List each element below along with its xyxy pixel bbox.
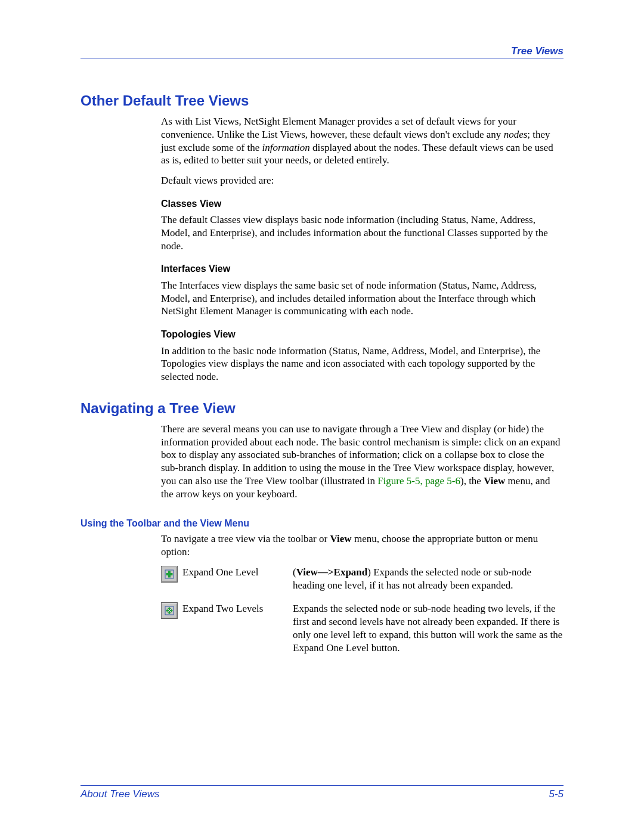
svg-marker-6 bbox=[166, 609, 169, 612]
text-run: To navigate a tree view via the toolbar … bbox=[161, 533, 330, 544]
heading-other-default-tree-views: Other Default Tree Views bbox=[80, 92, 564, 109]
svg-rect-2 bbox=[166, 573, 173, 575]
svg-marker-7 bbox=[170, 609, 173, 612]
toolbar-description: (View—>Expand) Expands the selected node… bbox=[287, 566, 564, 592]
toolbar-label: Expand One Level bbox=[182, 566, 287, 579]
toolbar-row: Expand Two Levels Expands the selected n… bbox=[161, 602, 564, 654]
toolbar-label: Expand Two Levels bbox=[182, 602, 287, 615]
svg-marker-5 bbox=[168, 611, 171, 614]
paragraph: As with List Views, NetSight Element Man… bbox=[161, 115, 564, 167]
svg-marker-4 bbox=[168, 607, 171, 610]
page-number: 5-5 bbox=[549, 788, 564, 800]
expand-one-level-icon bbox=[161, 566, 178, 583]
toolbar-row: Expand One Level (View—>Expand) Expands … bbox=[161, 566, 564, 592]
paragraph: To navigate a tree view via the toolbar … bbox=[161, 532, 564, 559]
paragraph: The Interfaces view displays the same ba… bbox=[161, 279, 564, 318]
subheading-classes-view: Classes View bbox=[161, 198, 564, 210]
footer: About Tree Views 5-5 bbox=[80, 785, 564, 800]
text-run-bold: View bbox=[484, 475, 505, 487]
text-run-bold: View bbox=[330, 533, 351, 544]
text-run: ), the bbox=[460, 475, 484, 487]
text-run-bold: View—>Expand bbox=[296, 566, 368, 578]
expand-two-levels-icon bbox=[161, 602, 178, 619]
text-run-italic: nodes bbox=[504, 129, 528, 140]
header-rule bbox=[80, 58, 564, 58]
subheading-topologies-view: Topologies View bbox=[161, 329, 564, 340]
subheading-interfaces-view: Interfaces View bbox=[161, 263, 564, 275]
running-header: Tree Views bbox=[511, 45, 564, 57]
cross-reference-link[interactable]: Figure 5-5, page 5-6 bbox=[377, 475, 460, 487]
text-run-italic: information bbox=[262, 142, 310, 153]
text-run: As with List Views, NetSight Element Man… bbox=[161, 116, 516, 140]
subheading-using-toolbar: Using the Toolbar and the View Menu bbox=[80, 518, 564, 529]
paragraph: The default Classes view displays basic … bbox=[161, 213, 564, 252]
heading-navigating-a-tree-view: Navigating a Tree View bbox=[80, 400, 564, 417]
paragraph: Default views provided are: bbox=[161, 174, 564, 187]
paragraph: In addition to the basic node informatio… bbox=[161, 345, 564, 383]
paragraph: There are several means you can use to n… bbox=[161, 423, 564, 501]
footer-left: About Tree Views bbox=[80, 788, 160, 800]
toolbar-description: Expands the selected node or sub-node he… bbox=[287, 602, 564, 654]
